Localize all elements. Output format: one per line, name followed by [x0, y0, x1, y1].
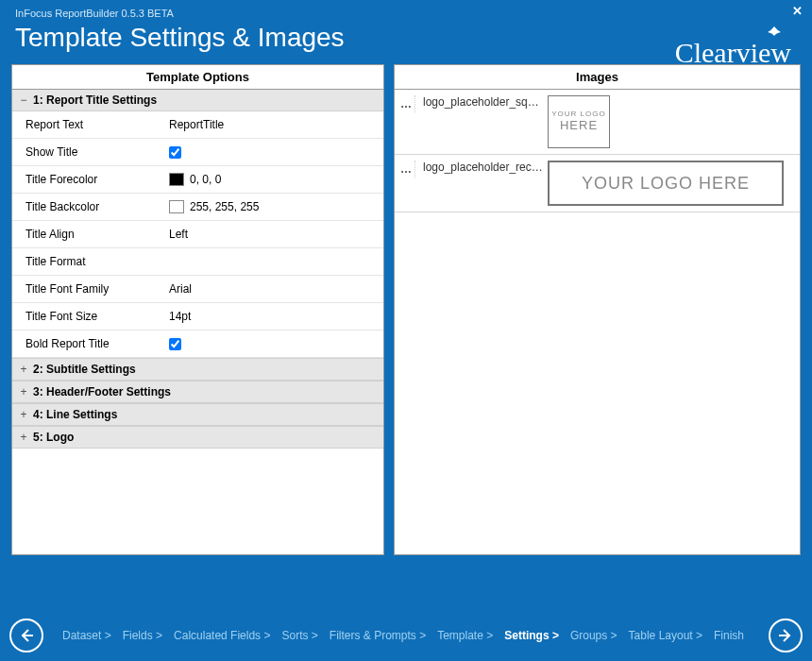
prop-value[interactable]: Arial [163, 282, 383, 296]
prop-title-font-size[interactable]: Title Font Size 14pt [12, 303, 383, 330]
bc-settings[interactable]: Settings > [499, 627, 565, 644]
prop-bold-report-title[interactable]: Bold Report Title [12, 330, 383, 358]
content-area: Template Options − 1: Report Title Setti… [0, 64, 812, 555]
bc-dataset[interactable]: Dataset > [57, 627, 117, 644]
section-report-title-settings[interactable]: − 1: Report Title Settings [12, 90, 383, 111]
prop-label: Title Forecolor [12, 173, 163, 186]
prop-title-format[interactable]: Title Format [12, 248, 383, 276]
section-header-footer-settings[interactable]: + 3: Header/Footer Settings [12, 381, 383, 403]
svg-text:Clearview: Clearview [675, 37, 792, 68]
expand-icon: + [18, 408, 29, 421]
bc-sorts[interactable]: Sorts > [276, 627, 323, 644]
nav-next-button[interactable] [769, 619, 803, 653]
close-button[interactable]: ✕ [792, 4, 803, 18]
section-subtitle-settings[interactable]: + 2: Subtitle Settings [12, 358, 383, 381]
bc-fields[interactable]: Fields > [117, 627, 168, 644]
prop-label: Title Format [12, 255, 163, 268]
app-header: ✕ InFocus ReportBuilder 0.5.3 BETA Templ… [0, 0, 812, 64]
prop-title-font-family[interactable]: Title Font Family Arial [12, 276, 383, 303]
prop-show-title[interactable]: Show Title [12, 139, 383, 166]
brand-logo: Clearview SOFTWARE [642, 21, 793, 79]
thumb-text: YOUR LOGO HERE [582, 174, 750, 194]
bc-finish[interactable]: Finish [708, 627, 750, 644]
section-line-settings[interactable]: + 4: Line Settings [12, 403, 383, 426]
wizard-footer: Dataset > Fields > Calculated Fields > S… [0, 609, 812, 661]
template-options-panel: Template Options − 1: Report Title Setti… [11, 64, 384, 555]
bc-filters-prompts[interactable]: Filters & Prompts > [324, 627, 431, 644]
image-row[interactable]: … logo_placeholder_sq… YOUR LOGO HERE [395, 90, 800, 155]
image-menu-button[interactable]: … [398, 161, 415, 178]
breadcrumb: Dataset > Fields > Calculated Fields > S… [49, 627, 763, 644]
prop-label: Report Text [12, 118, 163, 131]
bc-groups[interactable]: Groups > [565, 627, 623, 644]
thumb-line2: HERE [560, 119, 598, 132]
image-thumb-rect[interactable]: YOUR LOGO HERE [548, 161, 784, 206]
section-label: 1: Report Title Settings [33, 93, 157, 107]
section-label: 2: Subtitle Settings [33, 363, 136, 376]
section-label: 4: Line Settings [33, 408, 117, 421]
color-swatch-white[interactable] [169, 200, 184, 213]
collapse-icon: − [18, 93, 29, 107]
prop-label: Title Font Family [12, 282, 163, 296]
template-options-body: − 1: Report Title Settings Report Text R… [12, 90, 383, 554]
section-label: 3: Header/Footer Settings [33, 385, 171, 398]
image-row[interactable]: … logo_placeholder_rec… YOUR LOGO HERE [395, 155, 800, 212]
bc-calculated-fields[interactable]: Calculated Fields > [168, 627, 276, 644]
show-title-checkbox[interactable] [169, 146, 181, 159]
images-panel: Images … logo_placeholder_sq… YOUR LOGO … [394, 64, 801, 555]
prop-label: Title Backcolor [12, 200, 163, 213]
image-name: logo_placeholder_rec… [419, 161, 544, 174]
image-name: logo_placeholder_sq… [419, 95, 544, 109]
bc-table-layout[interactable]: Table Layout > [623, 627, 708, 644]
color-value: 0, 0, 0 [190, 173, 221, 186]
prop-title-forecolor[interactable]: Title Forecolor 0, 0, 0 [12, 166, 383, 194]
svg-text:SOFTWARE: SOFTWARE [723, 66, 791, 76]
prop-label: Title Font Size [12, 310, 163, 323]
prop-report-text[interactable]: Report Text ReportTitle [12, 111, 383, 139]
prop-value[interactable]: Left [163, 228, 383, 241]
prop-label: Title Align [12, 228, 163, 241]
images-body: … logo_placeholder_sq… YOUR LOGO HERE … … [395, 90, 800, 554]
nav-back-button[interactable] [9, 619, 43, 653]
expand-icon: + [18, 363, 29, 376]
bc-template[interactable]: Template > [431, 627, 499, 644]
prop-value[interactable]: ReportTitle [163, 118, 383, 131]
section-logo[interactable]: + 5: Logo [12, 426, 383, 449]
prop-label: Bold Report Title [12, 337, 163, 350]
template-options-header: Template Options [12, 65, 383, 90]
prop-title-backcolor[interactable]: Title Backcolor 255, 255, 255 [12, 194, 383, 221]
app-title: InFocus ReportBuilder 0.5.3 BETA [15, 8, 797, 19]
prop-title-align[interactable]: Title Align Left [12, 221, 383, 248]
section-label: 5: Logo [33, 431, 74, 444]
image-menu-button[interactable]: … [398, 95, 415, 112]
prop-label: Show Title [12, 145, 163, 159]
color-swatch-black[interactable] [169, 173, 184, 186]
expand-icon: + [18, 385, 29, 398]
image-thumb-square[interactable]: YOUR LOGO HERE [548, 95, 610, 148]
prop-value[interactable]: 14pt [163, 310, 383, 323]
color-value: 255, 255, 255 [190, 200, 259, 213]
expand-icon: + [18, 431, 29, 444]
bold-title-checkbox[interactable] [169, 338, 181, 350]
